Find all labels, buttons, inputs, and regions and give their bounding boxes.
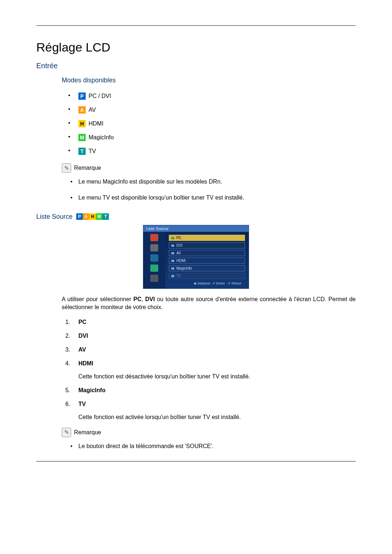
list-item-dvi: DVI <box>62 333 356 339</box>
a-icon: A <box>78 106 86 114</box>
mode-label: PC / DVI <box>89 93 111 99</box>
remarque-label: Remarque <box>74 429 101 436</box>
section-entree: Entrée <box>36 62 356 70</box>
p-icon: P <box>78 93 86 100</box>
osd-side-icon <box>150 264 158 272</box>
osd-side-icon <box>150 275 158 282</box>
p-icon: P <box>76 213 83 220</box>
osd-item-av: AV <box>169 250 245 256</box>
modes-list: P PC / DVI A AV H HDMI M MagicInfo T TV <box>62 92 356 155</box>
liste-source-title: Liste Source <box>36 213 73 221</box>
osd-item-magicinfo: MagicInfo <box>169 265 245 271</box>
list-item-tv: TV Cette fonction est activée lorsqu'un … <box>62 401 356 420</box>
note-icon: ✎ <box>62 428 71 437</box>
osd-footer-move: ◆ Déplacer <box>194 282 211 285</box>
osd-side-icon <box>150 234 158 241</box>
page-container: Réglage LCD Entrée Modes disponibles P P… <box>0 0 392 480</box>
badge-strip: P A H M T <box>76 213 109 220</box>
osd-footer-return: ↺ Retour <box>228 282 241 285</box>
remarque-2-item: Le bouton direct de la télécommande est … <box>62 442 356 450</box>
section-modes: Modes disponibles <box>62 77 356 84</box>
osd-title: Liste Source <box>143 225 249 232</box>
remarque-header-1: ✎ Remarque <box>62 163 356 173</box>
mode-item-tv: T TV <box>62 147 356 155</box>
t-icon: T <box>78 148 86 155</box>
osd-icon-column <box>143 232 165 288</box>
mode-label: AV <box>89 107 96 113</box>
note-icon: ✎ <box>62 163 71 173</box>
remarque-label: Remarque <box>74 165 101 171</box>
list-item-av: AV <box>62 346 356 353</box>
source-numbered-list: PC DVI AV HDMI Cette fonction est désact… <box>62 319 356 420</box>
top-rule <box>36 25 356 26</box>
osd-item-tv: TV <box>169 273 245 279</box>
m-icon: M <box>78 134 86 141</box>
osd-panel: Liste Source PC DVI AV HDMI MagicInfo TV <box>143 225 249 289</box>
remarque-2-list: Le bouton direct de la télécommande est … <box>62 442 356 450</box>
osd-footer-enter: ⏎ Entrer <box>212 282 225 285</box>
list-item-magicinfo: MagicInfo <box>62 387 356 394</box>
osd-side-icon <box>150 244 158 251</box>
osd-item-pc: PC <box>169 235 245 241</box>
osd-item-dvi: DVI <box>169 242 245 249</box>
list-item-pc: PC <box>62 319 356 325</box>
remarque-header-2: ✎ Remarque <box>62 428 356 437</box>
hdmi-note: Cette fonction est désactivée lorsqu'un … <box>78 373 356 380</box>
liste-source-header: Liste Source P A H M T <box>36 213 356 221</box>
osd-item-column: PC DVI AV HDMI MagicInfo TV ◆ Déplacer ⏎… <box>165 232 249 288</box>
mode-item-pc-dvi: P PC / DVI <box>62 92 356 100</box>
tv-note: Cette fonction est activée lorsqu'un boî… <box>78 414 356 420</box>
mode-label: HDMI <box>89 120 103 127</box>
m-icon: M <box>96 213 102 220</box>
remarque-1-item: Le menu MagicInfo est disponible sur les… <box>62 178 356 186</box>
remarque-1-item: Le menu TV est disponible lorsqu'un boît… <box>62 194 356 202</box>
liste-source-description: A utiliser pour sélectionner PC, DVI ou … <box>62 295 356 312</box>
t-icon: T <box>102 213 109 220</box>
a-icon: A <box>83 213 89 220</box>
osd-side-icon <box>150 254 158 262</box>
osd-screenshot: Liste Source PC DVI AV HDMI MagicInfo TV <box>36 225 356 289</box>
mode-item-av: A AV <box>62 106 356 114</box>
osd-item-hdmi: HDMI <box>169 258 245 264</box>
list-item-hdmi: HDMI Cette fonction est désactivée lorsq… <box>62 360 356 380</box>
mode-label: MagicInfo <box>89 134 114 141</box>
h-icon: H <box>89 213 96 220</box>
remarque-1-list: Le menu MagicInfo est disponible sur les… <box>62 178 356 202</box>
mode-item-hdmi: H HDMI <box>62 120 356 128</box>
bottom-rule <box>36 461 356 461</box>
mode-label: TV <box>89 148 96 155</box>
page-title: Réglage LCD <box>36 40 356 54</box>
mode-item-magicinfo: M MagicInfo <box>62 134 356 141</box>
h-icon: H <box>78 120 86 127</box>
osd-footer: ◆ Déplacer ⏎ Entrer ↺ Retour <box>169 280 245 287</box>
